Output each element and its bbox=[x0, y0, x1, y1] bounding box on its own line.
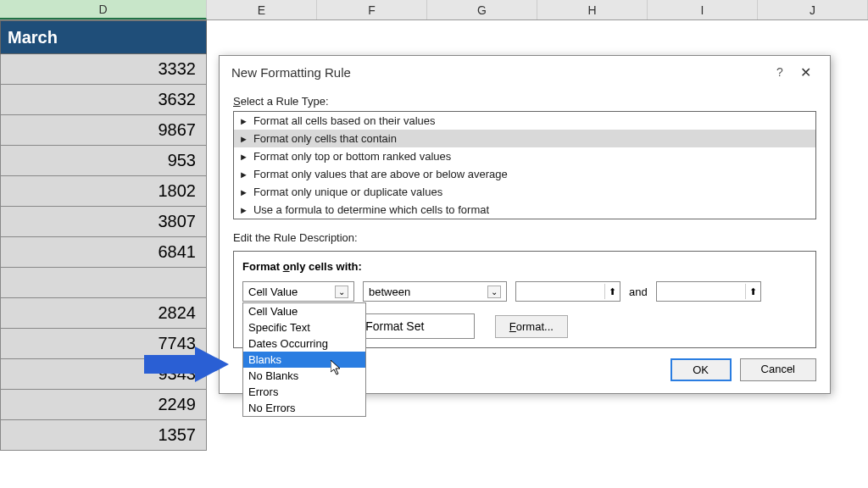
rule-description-box: Format only cells with: Cell Value ⌄ Cel… bbox=[233, 251, 816, 348]
chevron-down-icon: ⌄ bbox=[487, 286, 501, 298]
arrow-icon: ► bbox=[239, 134, 248, 144]
dialog-titlebar[interactable]: New Formatting Rule ? ✕ bbox=[220, 56, 830, 88]
rule-type-item[interactable]: ►Use a formula to determine which cells … bbox=[234, 201, 815, 219]
help-icon[interactable]: ? bbox=[767, 65, 793, 79]
table-row[interactable]: 2824 bbox=[0, 298, 207, 329]
table-row[interactable]: 3632 bbox=[0, 85, 207, 115]
table-row[interactable]: 1802 bbox=[0, 176, 207, 207]
cell-value-dropdown: Cell Value Specific Text Dates Occurring… bbox=[242, 302, 366, 417]
value-input-1[interactable]: ⬆ bbox=[515, 281, 620, 302]
dropdown-item[interactable]: Specific Text bbox=[243, 319, 365, 336]
column-headers: D E F G H I J bbox=[0, 0, 868, 20]
and-label: and bbox=[629, 286, 648, 298]
table-header-cell[interactable]: March bbox=[0, 20, 207, 54]
dropdown-item[interactable]: Errors bbox=[243, 384, 365, 400]
arrow-icon: ► bbox=[239, 205, 248, 215]
table-row[interactable]: 3807 bbox=[0, 207, 207, 237]
range-picker-icon[interactable]: ⬆ bbox=[745, 284, 760, 299]
rule-type-item[interactable]: ►Format all cells based on their values bbox=[234, 112, 815, 130]
ok-button[interactable]: OK bbox=[670, 358, 732, 381]
cell-value-select[interactable]: Cell Value ⌄ Cell Value Specific Text Da… bbox=[242, 281, 354, 302]
col-header-j[interactable]: J bbox=[758, 0, 868, 19]
edit-description-label: Edit the Rule Description: bbox=[233, 231, 816, 244]
col-header-g[interactable]: G bbox=[427, 0, 537, 19]
svg-marker-0 bbox=[144, 347, 229, 382]
table-row[interactable]: 9867 bbox=[0, 115, 207, 146]
dropdown-item[interactable]: No Errors bbox=[243, 400, 365, 416]
callout-arrow-icon bbox=[144, 347, 229, 382]
table-row[interactable] bbox=[0, 268, 207, 298]
svg-marker-1 bbox=[331, 360, 340, 374]
value-input-2[interactable]: ⬆ bbox=[656, 281, 761, 302]
dropdown-item[interactable]: Blanks bbox=[243, 352, 365, 368]
dropdown-item[interactable]: No Blanks bbox=[243, 368, 365, 384]
controls-row: Cell Value ⌄ Cell Value Specific Text Da… bbox=[242, 281, 807, 302]
dropdown-item[interactable]: Cell Value bbox=[243, 303, 365, 319]
format-button[interactable]: Format... bbox=[495, 315, 568, 338]
col-header-e[interactable]: E bbox=[207, 0, 317, 19]
chevron-down-icon: ⌄ bbox=[335, 286, 348, 298]
rule-type-item[interactable]: ►Format only cells that contain bbox=[234, 130, 815, 147]
table-row[interactable]: 953 bbox=[0, 146, 207, 176]
rule-type-label: Select a Rule Type: bbox=[233, 95, 816, 108]
range-picker-icon[interactable]: ⬆ bbox=[604, 284, 620, 299]
table-row[interactable]: 1357 bbox=[0, 420, 207, 451]
table-row[interactable]: 3332 bbox=[0, 54, 207, 85]
sheet-column-d: March 3332 3632 9867 953 1802 3807 6841 … bbox=[0, 20, 207, 451]
table-row[interactable]: 2249 bbox=[0, 390, 207, 420]
col-header-h[interactable]: H bbox=[537, 0, 648, 19]
close-icon[interactable]: ✕ bbox=[793, 64, 818, 80]
col-header-i[interactable]: I bbox=[648, 0, 758, 19]
dropdown-item[interactable]: Dates Occurring bbox=[243, 336, 365, 352]
format-only-cells-label: Format only cells with: bbox=[242, 260, 807, 273]
arrow-icon: ► bbox=[239, 187, 248, 197]
rule-type-list[interactable]: ►Format all cells based on their values … bbox=[233, 111, 816, 219]
table-row[interactable]: 6841 bbox=[0, 237, 207, 268]
dialog-title: New Formatting Rule bbox=[231, 65, 351, 80]
col-header-d[interactable]: D bbox=[0, 0, 207, 19]
mouse-cursor-icon bbox=[331, 360, 342, 375]
arrow-icon: ► bbox=[239, 152, 248, 162]
rule-type-item[interactable]: ►Format only top or bottom ranked values bbox=[234, 147, 815, 165]
arrow-icon: ► bbox=[239, 169, 248, 180]
col-header-f[interactable]: F bbox=[317, 0, 427, 19]
cancel-button[interactable]: Cancel bbox=[740, 358, 816, 381]
rule-type-item[interactable]: ►Format only unique or duplicate values bbox=[234, 183, 815, 201]
dialog-body: Select a Rule Type: ►Format all cells ba… bbox=[220, 88, 830, 393]
rule-type-item[interactable]: ►Format only values that are above or be… bbox=[234, 165, 815, 183]
operator-select[interactable]: between ⌄ bbox=[363, 281, 507, 302]
arrow-icon: ► bbox=[239, 116, 248, 126]
new-formatting-rule-dialog: New Formatting Rule ? ✕ Select a Rule Ty… bbox=[219, 55, 831, 394]
